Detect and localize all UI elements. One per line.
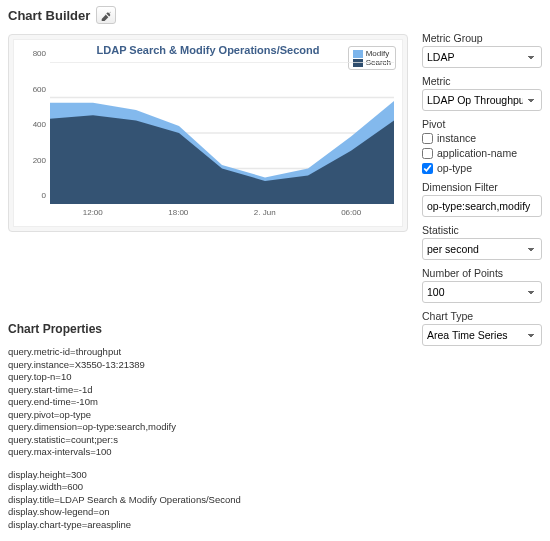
legend-label-modify: Modify bbox=[366, 49, 390, 58]
chart-title: LDAP Search & Modify Operations/Second bbox=[14, 40, 402, 56]
pivot-label: Pivot bbox=[422, 118, 542, 130]
page-title: Chart Builder bbox=[8, 8, 90, 23]
chart-type-label: Chart Type bbox=[422, 310, 542, 322]
x-axis: 12:00 18:00 2. Jun 06:00 bbox=[50, 208, 394, 222]
metric-select[interactable]: LDAP Op Throughput bbox=[422, 89, 542, 111]
y-axis: 0 200 400 600 800 bbox=[18, 62, 48, 204]
edit-button[interactable] bbox=[96, 6, 116, 24]
statistic-select[interactable]: per second bbox=[422, 238, 542, 260]
num-points-select[interactable]: 100 bbox=[422, 281, 542, 303]
chart-panel: LDAP Search & Modify Operations/Second M… bbox=[8, 34, 408, 232]
properties-block-1: query.metric-id=throughput query.instanc… bbox=[8, 346, 408, 459]
series-search bbox=[50, 115, 394, 204]
wrench-icon bbox=[101, 10, 112, 21]
statistic-label: Statistic bbox=[422, 224, 542, 236]
chart-properties: Chart Properties query.metric-id=through… bbox=[8, 322, 408, 531]
metric-label: Metric bbox=[422, 75, 542, 87]
pivot-item-instance[interactable]: instance bbox=[422, 132, 542, 144]
dimension-filter-label: Dimension Filter bbox=[422, 181, 542, 193]
num-points-label: Number of Points bbox=[422, 267, 542, 279]
chart-plot bbox=[50, 62, 394, 204]
properties-block-2: display.height=300 display.width=600 dis… bbox=[8, 469, 408, 532]
sidebar: Metric Group LDAP Metric LDAP Op Through… bbox=[422, 6, 542, 531]
metric-group-label: Metric Group bbox=[422, 32, 542, 44]
chart-type-select[interactable]: Area Time Series bbox=[422, 324, 542, 346]
header: Chart Builder bbox=[8, 6, 408, 24]
pivot-item-application-name[interactable]: application-name bbox=[422, 147, 542, 159]
metric-group-select[interactable]: LDAP bbox=[422, 46, 542, 68]
properties-title: Chart Properties bbox=[8, 322, 408, 336]
dimension-filter-input[interactable] bbox=[422, 195, 542, 217]
pivot-item-op-type[interactable]: op-type bbox=[422, 162, 542, 174]
pivot-checkbox-application-name[interactable] bbox=[422, 148, 433, 159]
pivot-checkbox-op-type[interactable] bbox=[422, 163, 433, 174]
legend-swatch-modify bbox=[353, 50, 363, 58]
pivot-checkbox-instance[interactable] bbox=[422, 133, 433, 144]
